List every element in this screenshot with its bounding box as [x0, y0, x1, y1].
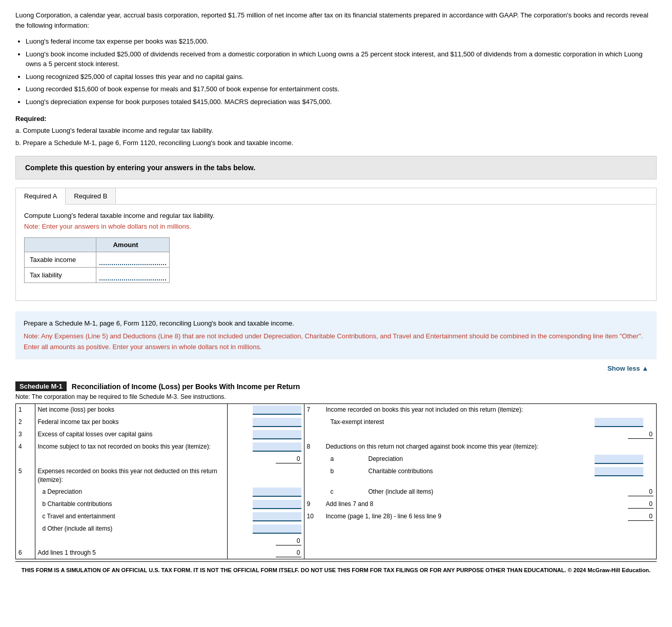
schedule-m1-badge: Schedule M-1	[15, 381, 67, 391]
schedule-m1-grid: 1 Net income (loss) per books 7 Income r…	[15, 403, 657, 559]
row3-input-cell	[227, 429, 304, 441]
row5dt-empty1	[16, 535, 35, 547]
table-row-tax-liability: Tax liability	[25, 268, 170, 283]
row7a-empty	[304, 416, 323, 429]
schedule-row-3: 3 Excess of capital losses over capital …	[16, 429, 657, 441]
row8c-label: Other (include all items)	[366, 486, 593, 498]
row5dt-empty2	[35, 535, 227, 547]
row5d-total-cell	[227, 535, 304, 547]
table-row-taxable-income: Taxable income	[25, 252, 170, 268]
schedule-row-4: 4 Income subject to tax not recorded on …	[16, 441, 657, 453]
row5a-empty	[16, 486, 35, 498]
row5d-right-empty3	[366, 523, 593, 535]
row8c-letter: c	[323, 486, 366, 498]
required-label: Required:	[15, 115, 657, 123]
row3-input[interactable]	[253, 430, 301, 439]
row7-total	[592, 404, 656, 417]
row5c-input[interactable]	[253, 512, 301, 521]
row6-r3	[366, 547, 593, 559]
required-b-section: Prepare a Schedule M-1, page 6, Form 112…	[15, 311, 657, 578]
row1-label: Net income (loss) per books	[35, 404, 227, 417]
row5d-input-cell	[227, 523, 304, 535]
row10-total-cell	[592, 511, 656, 523]
row6-total[interactable]	[276, 549, 301, 557]
row5d-right-empty4	[592, 523, 656, 535]
schedule-row-5-8b: 5 Expenses recorded on books this year n…	[16, 466, 657, 486]
required-item-a: a. Compute Luong's federal taxable incom…	[15, 126, 657, 136]
row1-input[interactable]	[253, 406, 301, 415]
row-right-empty-label	[323, 429, 593, 441]
taxable-income-input[interactable]	[99, 254, 166, 265]
row2-input[interactable]	[253, 418, 301, 427]
complete-box: Complete this question by entering your …	[15, 156, 657, 179]
row5d-total[interactable]	[276, 537, 301, 545]
row5-num: 5	[16, 466, 35, 486]
row1-input-cell	[227, 404, 304, 417]
row5c-empty	[16, 511, 35, 523]
row8b-label: Charitable contributions	[366, 466, 593, 486]
schedule-note-desc: Prepare a Schedule M-1, page 6, Form 112…	[24, 318, 648, 329]
row5d-right-empty2	[323, 523, 366, 535]
row5c-label: c Travel and entertainment	[35, 511, 227, 523]
taxable-income-label: Taxable income	[25, 252, 96, 268]
amount-col-empty	[25, 238, 96, 252]
schedule-m1-title: Reconciliation of Income (Loss) per Book…	[72, 382, 300, 391]
row2-label: Federal income tax per books	[35, 416, 227, 429]
row4-input-cell	[227, 441, 304, 453]
row7-label: Income recorded on books this year not i…	[323, 404, 593, 417]
row1-num: 1	[16, 404, 35, 417]
row8b-input-cell	[592, 466, 656, 486]
row8a-input[interactable]	[595, 455, 643, 464]
row8a-letter: a	[323, 453, 366, 466]
row6-num: 6	[16, 547, 35, 559]
row8a-label: Depreciation	[366, 453, 593, 466]
row4-sub-input[interactable]	[253, 442, 301, 452]
taxable-income-input-cell	[96, 252, 170, 268]
tab-a-description: Compute Luong's federal taxable income a…	[24, 212, 648, 219]
row10-total[interactable]	[628, 512, 654, 521]
row5dt-r1	[304, 535, 323, 547]
row8b-input[interactable]	[595, 467, 643, 476]
schedule-row-5c-10: c Travel and entertainment 10 Income (pa…	[16, 511, 657, 523]
row4t-empty	[16, 453, 35, 466]
tax-liability-input[interactable]	[99, 270, 166, 280]
row6-r2	[323, 547, 366, 559]
amount-table: Amount Taxable income Tax liability	[24, 237, 170, 283]
row2-num: 2	[16, 416, 35, 429]
schedule-row-5b-9: b Charitable contributions 9 Add lines 7…	[16, 498, 657, 511]
schedule-row-2: 2 Federal income tax per books Tax-exemp…	[16, 416, 657, 429]
schedule-row-1-7: 1 Net income (loss) per books 7 Income r…	[16, 404, 657, 417]
tab-a-note: Note: Enter your answers in whole dollar…	[24, 223, 648, 230]
tabs-container: Required A Required B Compute Luong's fe…	[15, 188, 657, 301]
schedule-m1-note: Note: The corporation may be required to…	[15, 393, 657, 400]
row7-total-input[interactable]	[628, 430, 654, 439]
show-less-button[interactable]: Show less ▲	[15, 362, 657, 376]
row4-total[interactable]	[276, 455, 301, 463]
row5a-input[interactable]	[253, 488, 301, 497]
row8c-total-cell	[592, 486, 656, 498]
schedule-row-6: 6 Add lines 1 through 5	[16, 547, 657, 559]
bullet-item: Luong's depreciation expense for book pu…	[26, 97, 657, 107]
bullet-item: Luong's federal income tax expense per b…	[26, 36, 657, 47]
bullet-item: Luong recorded $15,600 of book expense f…	[26, 84, 657, 94]
row7a-input-cell	[592, 416, 656, 429]
row5-empty	[227, 466, 304, 486]
row7a-label: Tax-exempt interest	[323, 416, 593, 429]
row5dt-r3	[366, 535, 593, 547]
row5b-input[interactable]	[253, 500, 301, 509]
row3-label: Excess of capital losses over capital ga…	[35, 429, 227, 441]
row9-total[interactable]	[628, 500, 654, 509]
row8c-total[interactable]	[628, 488, 654, 496]
row6-label: Add lines 1 through 5	[35, 547, 227, 559]
row7a-input[interactable]	[595, 418, 643, 427]
row6-r1	[304, 547, 323, 559]
tab-required-b[interactable]: Required B	[66, 188, 116, 204]
row5d-input[interactable]	[253, 524, 301, 534]
row2-input-cell	[227, 416, 304, 429]
tab-required-a[interactable]: Required A	[16, 188, 66, 205]
row10-label: Income (page 1, line 28) - line 6 less l…	[323, 511, 593, 523]
tab-a-content: Compute Luong's federal taxable income a…	[16, 205, 656, 300]
row8-label: Deductions on this return not charged ag…	[323, 441, 593, 453]
row8c-empty	[304, 486, 323, 498]
row10-num: 10	[304, 511, 323, 523]
